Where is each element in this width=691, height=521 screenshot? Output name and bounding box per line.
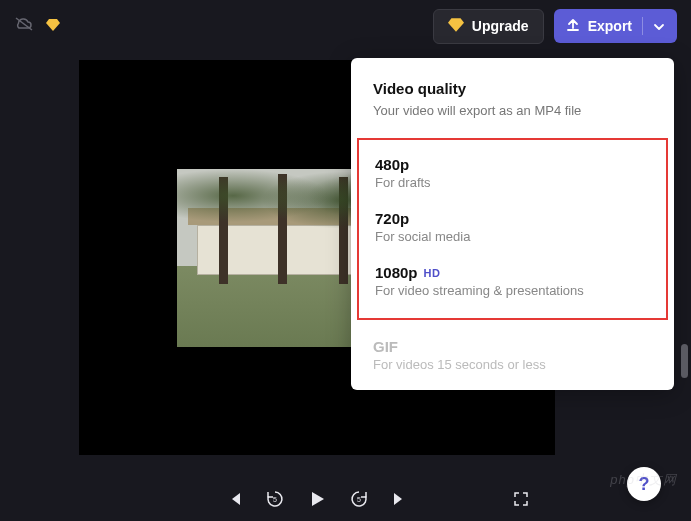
quality-option-1080p[interactable]: 1080p HD For video streaming & presentat… [375, 254, 650, 308]
gif-label: GIF [373, 338, 652, 355]
skip-forward-button[interactable] [391, 491, 407, 507]
topbar-right: Upgrade Export [433, 9, 677, 44]
export-label: Export [588, 18, 632, 34]
gif-desc: For videos 15 seconds or less [373, 357, 652, 372]
panel-title: Video quality [373, 80, 652, 97]
option-desc: For video streaming & presentations [375, 283, 650, 298]
panel-subtitle: Your video will export as an MP4 file [373, 103, 652, 118]
diamond-icon [448, 18, 464, 35]
scrollbar-thumb[interactable] [681, 344, 688, 378]
option-label-text: 1080p [375, 264, 418, 281]
quality-option-480p[interactable]: 480p For drafts [375, 146, 650, 200]
chevron-down-icon [653, 18, 665, 34]
quality-option-gif: GIF For videos 15 seconds or less [351, 330, 674, 372]
diamond-icon [46, 17, 60, 35]
option-label: 1080p HD [375, 264, 650, 281]
export-quality-panel: Video quality Your video will export as … [351, 58, 674, 390]
controls-center: 5 5 [227, 489, 407, 509]
upgrade-button[interactable]: Upgrade [433, 9, 544, 44]
skip-back-button[interactable] [227, 491, 243, 507]
topbar-left [14, 16, 60, 36]
forward-5-button[interactable]: 5 [349, 489, 369, 509]
watermark: php中文网 [610, 471, 677, 489]
panel-header: Video quality Your video will export as … [351, 80, 674, 132]
svg-text:5: 5 [273, 496, 277, 503]
upgrade-label: Upgrade [472, 18, 529, 34]
play-button[interactable] [307, 489, 327, 509]
quality-option-720p[interactable]: 720p For social media [375, 200, 650, 254]
option-label: 720p [375, 210, 650, 227]
export-button[interactable]: Export [554, 9, 677, 43]
fullscreen-button[interactable] [513, 491, 529, 507]
player-controls: 5 5 [79, 489, 555, 509]
rewind-5-button[interactable]: 5 [265, 489, 285, 509]
upload-icon [566, 18, 580, 35]
hd-badge: HD [424, 267, 441, 279]
svg-text:5: 5 [357, 496, 361, 503]
option-desc: For drafts [375, 175, 650, 190]
option-desc: For social media [375, 229, 650, 244]
quality-options-highlight: 480p For drafts 720p For social media 10… [357, 138, 668, 320]
topbar: Upgrade Export [0, 0, 691, 52]
option-label: 480p [375, 156, 650, 173]
divider [642, 17, 643, 35]
scrollbar[interactable] [680, 60, 689, 501]
cloud-off-icon[interactable] [14, 16, 34, 36]
